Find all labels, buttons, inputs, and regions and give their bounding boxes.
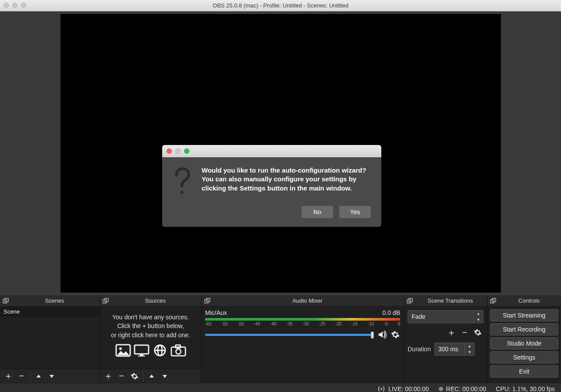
transitions-title: Scene Transitions (414, 297, 487, 304)
sources-toolbar: ＋ − (100, 369, 201, 383)
dialog-close-button[interactable] (167, 148, 172, 154)
exit-button[interactable]: Exit (490, 365, 558, 378)
svg-point-14 (176, 349, 181, 354)
move-scene-down-button[interactable] (45, 370, 58, 382)
volume-slider[interactable] (205, 334, 374, 336)
move-source-down-button[interactable] (158, 370, 171, 382)
tick: -55 (221, 321, 227, 326)
start-streaming-button[interactable]: Start Streaming (490, 309, 558, 321)
settings-button[interactable]: Settings (490, 351, 558, 364)
tick: -30 (302, 321, 309, 326)
svg-point-0 (180, 191, 183, 194)
rec-timer: REC: 00:00:00 (446, 385, 486, 392)
image-source-icon (115, 343, 131, 358)
dialog-yes-button[interactable]: Yes (339, 206, 371, 218)
source-properties-button[interactable] (128, 370, 141, 382)
svg-point-21 (380, 388, 382, 389)
stepper-arrows-icon: ▲▼ (465, 343, 474, 355)
channel-name: Mic/Aux (205, 309, 227, 316)
scenes-dock: Scenes Scene ＋ − (0, 295, 100, 383)
move-scene-up-button[interactable] (32, 370, 45, 382)
cpu-status: CPU: 1.1%, 30.00 fps (496, 385, 555, 392)
audio-mixer-dock: Audio Mixer Mic/Aux 0.0 dB -60 -55 -50 (202, 295, 404, 383)
dialog-zoom-button[interactable] (184, 148, 189, 154)
add-transition-button[interactable]: ＋ (446, 327, 457, 338)
scenes-toolbar: ＋ − (0, 369, 99, 383)
sources-dock-title: Sources (110, 297, 201, 304)
popout-icon[interactable] (489, 297, 497, 305)
preview-area: Would you like to run the auto-configura… (0, 11, 561, 295)
duration-label: Duration (408, 346, 431, 353)
mute-button[interactable] (377, 330, 387, 339)
remove-source-button[interactable]: − (115, 370, 128, 382)
rec-status: REC: 00:00:00 (439, 385, 486, 392)
live-timer: LIVE: 00:00:00 (388, 385, 429, 392)
tick: -45 (254, 321, 260, 326)
empty-line: You don't have any sources. (104, 313, 197, 321)
sources-list[interactable]: You don't have any sources. Click the + … (100, 307, 201, 369)
dialog-titlebar (162, 145, 381, 157)
stepper-arrows-icon: ▲▼ (473, 311, 483, 323)
dialog-no-button[interactable]: No (302, 206, 333, 218)
window-close-button[interactable] (4, 3, 9, 8)
popout-icon[interactable] (102, 297, 110, 305)
question-icon (171, 166, 194, 198)
record-dot-icon (439, 387, 443, 391)
add-source-button[interactable]: ＋ (102, 370, 115, 382)
separator (30, 371, 30, 381)
display-source-icon (134, 343, 149, 358)
popout-icon[interactable] (2, 297, 10, 305)
move-source-up-button[interactable] (145, 370, 158, 382)
dialog-message: Would you like to run the auto-configura… (202, 166, 371, 198)
popout-icon[interactable] (406, 297, 414, 305)
obs-main-window: OBS 25.0.8 (mac) - Profile: Untitled - S… (0, 0, 561, 392)
tick: -40 (270, 321, 276, 326)
broadcast-icon (377, 386, 385, 392)
window-minimize-button[interactable] (12, 3, 18, 8)
remove-transition-button[interactable]: − (459, 327, 470, 338)
tick: -15 (352, 321, 358, 326)
svg-rect-7 (135, 345, 149, 354)
scenes-list[interactable]: Scene (0, 307, 99, 369)
channel-db: 0.0 dB (383, 309, 400, 316)
window-zoom-button[interactable] (21, 3, 26, 8)
tick: -60 (205, 321, 211, 326)
scene-item[interactable]: Scene (0, 307, 99, 317)
audio-mixer-title: Audio Mixer (211, 297, 404, 304)
traffic-lights (4, 3, 26, 8)
transition-properties-button[interactable] (472, 327, 483, 338)
remove-scene-button[interactable]: − (15, 370, 28, 382)
tick: -25 (319, 321, 325, 326)
scene-transitions-dock: Scene Transitions Fade ▲▼ ＋ − Duration (404, 295, 487, 383)
svg-rect-8 (140, 354, 143, 356)
camera-source-icon (170, 343, 186, 358)
tick: -5 (384, 321, 388, 326)
docks-row: Scenes Scene ＋ − Sources You don't have … (0, 295, 561, 383)
svg-rect-9 (138, 356, 145, 357)
titlebar: OBS 25.0.8 (mac) - Profile: Untitled - S… (0, 0, 561, 11)
studio-mode-button[interactable]: Studio Mode (490, 337, 558, 350)
controls-dock: Controls Start Streaming Start Recording… (487, 295, 561, 383)
channel-settings-button[interactable] (391, 330, 400, 339)
browser-source-icon (152, 343, 168, 358)
popout-icon[interactable] (203, 297, 211, 305)
live-status: LIVE: 00:00:00 (377, 385, 429, 392)
duration-value: 300 ms (435, 343, 465, 355)
sources-dock: Sources You don't have any sources. Clic… (100, 295, 202, 383)
separator (143, 371, 143, 381)
window-title: OBS 25.0.8 (mac) - Profile: Untitled - S… (213, 2, 348, 9)
duration-spinbox[interactable]: 300 ms ▲▼ (434, 343, 475, 356)
tick: -50 (238, 321, 244, 326)
start-recording-button[interactable]: Start Recording (490, 323, 558, 335)
status-bar: LIVE: 00:00:00 REC: 00:00:00 CPU: 1.1%, … (0, 383, 561, 392)
mixer-channel: Mic/Aux 0.0 dB -60 -55 -50 -45 -40 -35 -… (202, 307, 404, 341)
controls-title: Controls (497, 297, 561, 304)
dialog-minimize-button (175, 148, 181, 154)
add-scene-button[interactable]: ＋ (2, 370, 15, 382)
tick: -20 (335, 321, 341, 326)
tick: 0 (398, 321, 400, 326)
sources-empty-state: You don't have any sources. Click the + … (100, 307, 201, 360)
transition-select[interactable]: Fade ▲▼ (408, 310, 483, 323)
tick: -10 (368, 321, 374, 326)
auto-config-dialog: Would you like to run the auto-configura… (162, 145, 381, 227)
